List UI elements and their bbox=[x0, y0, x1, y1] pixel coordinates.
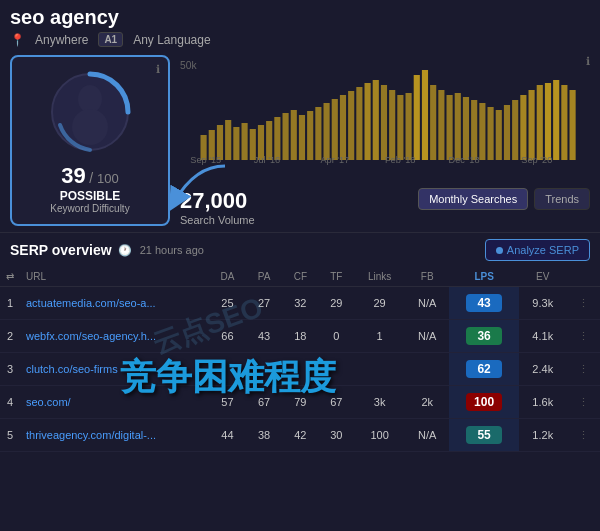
row-pa: 27 bbox=[246, 287, 282, 320]
svg-rect-7 bbox=[225, 120, 231, 160]
svg-rect-33 bbox=[438, 90, 444, 160]
svg-rect-19 bbox=[324, 103, 330, 160]
svg-rect-43 bbox=[520, 95, 526, 160]
svg-rect-13 bbox=[274, 117, 280, 160]
svg-rect-34 bbox=[447, 95, 453, 160]
lps-badge: 62 bbox=[466, 360, 502, 378]
chart-info-icon[interactable]: ℹ bbox=[586, 55, 590, 68]
tab-trends[interactable]: Trends bbox=[534, 188, 590, 210]
kd-gauge-svg bbox=[45, 67, 135, 157]
row-url[interactable]: clutch.co/seo-firms bbox=[20, 353, 209, 386]
clock-icon: 🕐 bbox=[118, 244, 132, 257]
svg-rect-45 bbox=[537, 85, 543, 160]
svg-rect-40 bbox=[496, 110, 502, 160]
row-links: 100 bbox=[354, 419, 405, 452]
sv-tabs: Monthly Searches Trends bbox=[418, 188, 590, 210]
serp-header: SERP overview 🕐 21 hours ago Analyze SER… bbox=[0, 232, 600, 267]
row-links: 3k bbox=[354, 386, 405, 419]
svg-rect-42 bbox=[512, 100, 518, 160]
row-cf bbox=[282, 353, 319, 386]
svg-rect-16 bbox=[299, 115, 305, 160]
row-links: 29 bbox=[354, 287, 405, 320]
row-ev: 2.4k bbox=[519, 353, 567, 386]
page-title: seo agency bbox=[10, 6, 590, 29]
row-fb: N/A bbox=[405, 320, 449, 353]
col-cf: CF bbox=[282, 267, 319, 287]
svg-rect-32 bbox=[430, 85, 436, 160]
row-fb: N/A bbox=[405, 287, 449, 320]
row-more[interactable]: ⋮ bbox=[567, 419, 600, 452]
svg-rect-28 bbox=[397, 95, 403, 160]
row-da: 44 bbox=[209, 419, 247, 452]
row-fb bbox=[405, 353, 449, 386]
row-da: 66 bbox=[209, 320, 247, 353]
svg-rect-38 bbox=[479, 103, 485, 160]
col-fb: FB bbox=[405, 267, 449, 287]
row-url[interactable]: thriveagency.com/digital-... bbox=[20, 419, 209, 452]
row-tf: 67 bbox=[319, 386, 354, 419]
table-row: 4 seo.com/ 57 67 79 67 3k 2k 100 1.6k ⋮ bbox=[0, 386, 600, 419]
row-pa: 43 bbox=[246, 320, 282, 353]
kd-info-icon[interactable]: ℹ bbox=[156, 63, 160, 76]
table-row: 2 webfx.com/seo-agency.h... 66 43 18 0 1… bbox=[0, 320, 600, 353]
svg-rect-26 bbox=[381, 85, 387, 160]
svg-rect-46 bbox=[545, 83, 551, 160]
svg-point-1 bbox=[78, 85, 102, 113]
lps-badge: 36 bbox=[466, 327, 502, 345]
row-tf: 29 bbox=[319, 287, 354, 320]
sv-row: 27,000 Search Volume Monthly Searches Tr… bbox=[180, 188, 590, 226]
row-fb: N/A bbox=[405, 419, 449, 452]
row-lps: 62 bbox=[449, 353, 519, 386]
row-tf bbox=[319, 353, 354, 386]
svg-rect-48 bbox=[561, 85, 567, 160]
svg-rect-29 bbox=[406, 93, 412, 160]
kd-max: 100 bbox=[97, 171, 119, 186]
svg-rect-36 bbox=[463, 97, 469, 160]
row-da: 57 bbox=[209, 386, 247, 419]
svg-rect-49 bbox=[570, 90, 576, 160]
row-more[interactable]: ⋮ bbox=[567, 386, 600, 419]
svg-text:Jul '16: Jul '16 bbox=[254, 155, 280, 165]
row-cf: 42 bbox=[282, 419, 319, 452]
kd-score-row: 39 / 100 bbox=[61, 163, 118, 189]
row-number: 2 bbox=[0, 320, 20, 353]
svg-rect-37 bbox=[471, 100, 477, 160]
svg-rect-18 bbox=[315, 107, 321, 160]
svg-rect-17 bbox=[307, 111, 313, 160]
search-volume-chart: 50k bbox=[180, 55, 590, 184]
kd-gauge bbox=[45, 67, 135, 157]
row-url[interactable]: webfx.com/seo-agency.h... bbox=[20, 320, 209, 353]
row-number: 3 bbox=[0, 353, 20, 386]
kd-label: POSSIBLE bbox=[60, 189, 121, 203]
svg-point-2 bbox=[72, 109, 108, 145]
serp-table-wrapper: 云点SEO 竞争困难程度 ⇄ URL DA PA CF TF Links FB … bbox=[0, 267, 600, 452]
svg-rect-24 bbox=[365, 83, 371, 160]
row-ev: 1.6k bbox=[519, 386, 567, 419]
svg-rect-9 bbox=[242, 123, 248, 160]
svg-rect-47 bbox=[553, 80, 559, 160]
serp-title: SERP overview bbox=[10, 242, 112, 258]
row-more[interactable]: ⋮ bbox=[567, 287, 600, 320]
table-row: 1 actuatemedia.com/seo-a... 25 27 32 29 … bbox=[0, 287, 600, 320]
col-ev: EV bbox=[519, 267, 567, 287]
svg-rect-35 bbox=[455, 93, 461, 160]
svg-rect-39 bbox=[488, 107, 494, 160]
row-more[interactable]: ⋮ bbox=[567, 320, 600, 353]
row-url[interactable]: seo.com/ bbox=[20, 386, 209, 419]
svg-text:50k: 50k bbox=[180, 60, 197, 71]
tab-monthly-searches[interactable]: Monthly Searches bbox=[418, 188, 528, 210]
row-cf: 18 bbox=[282, 320, 319, 353]
row-lps: 43 bbox=[449, 287, 519, 320]
row-url[interactable]: actuatemedia.com/seo-a... bbox=[20, 287, 209, 320]
row-links: 1 bbox=[354, 320, 405, 353]
svg-text:Dec '18: Dec '18 bbox=[449, 155, 480, 165]
analyze-serp-button[interactable]: Analyze SERP bbox=[485, 239, 590, 261]
kd-score: 39 bbox=[61, 163, 85, 188]
serp-title-group: SERP overview 🕐 21 hours ago bbox=[10, 242, 204, 258]
row-da bbox=[209, 353, 247, 386]
row-cf: 32 bbox=[282, 287, 319, 320]
row-more[interactable]: ⋮ bbox=[567, 353, 600, 386]
col-links: Links bbox=[354, 267, 405, 287]
location-label: Anywhere bbox=[35, 33, 88, 47]
svg-text:Sep '20: Sep '20 bbox=[521, 155, 552, 165]
